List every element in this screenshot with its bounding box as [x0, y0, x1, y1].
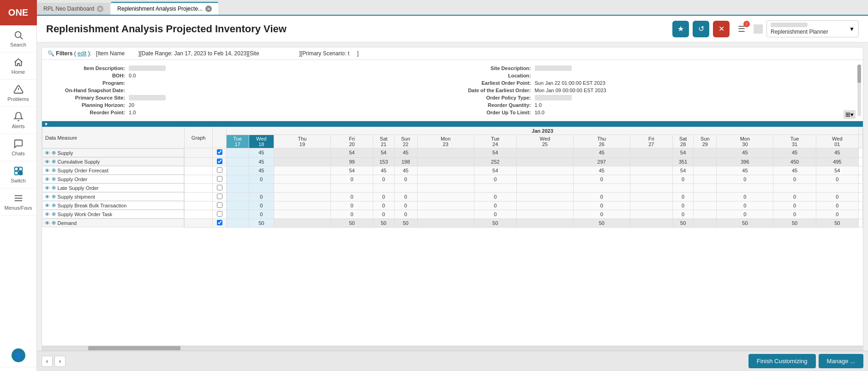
value-cell: 0	[717, 192, 773, 201]
manage-button[interactable]: Manage ...	[819, 354, 863, 368]
plus-icon[interactable]: ⊕	[52, 202, 56, 208]
value-cell: 50	[816, 218, 858, 227]
hamburger-menu-button[interactable]: ☰ !	[733, 21, 750, 37]
sidebar-item-label: Home	[12, 69, 25, 75]
info-row-reorder: Reorder Point: 1.0	[51, 109, 448, 116]
row-checkbox[interactable]	[217, 176, 222, 182]
plus-icon[interactable]: ⊕	[52, 185, 56, 191]
plus-icon[interactable]: ⊕	[52, 176, 56, 182]
eye-icon[interactable]: 👁	[45, 159, 50, 165]
checkbox-col[interactable]	[213, 210, 227, 218]
tab-close-active-btn[interactable]: ✕	[205, 6, 212, 12]
sidebar-item-label: Problems	[7, 96, 29, 102]
refresh-button[interactable]: ↺	[693, 21, 709, 37]
close-button[interactable]: ✕	[713, 21, 730, 37]
info-row-site-desc: Site Description:	[457, 65, 854, 72]
tab-close-btn[interactable]: ✕	[97, 6, 103, 12]
sidebar-item-switch[interactable]: Switch	[0, 161, 36, 188]
checkbox-col[interactable]	[213, 148, 227, 158]
eye-icon[interactable]: 👁	[45, 220, 50, 226]
checkbox-col[interactable]	[213, 201, 227, 210]
row-checkbox[interactable]	[217, 185, 222, 190]
panel-expand-button[interactable]: ⊞▾	[844, 110, 856, 119]
value-cell	[227, 157, 249, 166]
value-cell: 0	[373, 210, 394, 218]
value-cell: 0	[474, 210, 516, 218]
nav-prev-button[interactable]: ‹	[42, 356, 53, 367]
info-label: Order Policy Type:	[457, 95, 531, 100]
filter-edit-link[interactable]: edit	[78, 50, 86, 57]
value-cell	[394, 183, 417, 192]
value-cell: 45	[717, 166, 773, 175]
sidebar-item-home[interactable]: Home	[0, 53, 36, 80]
checkbox-col[interactable]	[213, 157, 227, 166]
row-checkbox[interactable]	[217, 194, 222, 199]
eye-icon[interactable]: 👁	[45, 203, 50, 208]
row-checkbox[interactable]	[217, 149, 222, 155]
col-sun-29: Sun29	[694, 135, 717, 148]
checkbox-col[interactable]	[213, 192, 227, 201]
eye-icon[interactable]: 👁	[45, 185, 50, 191]
eye-icon[interactable]: 👁	[45, 194, 50, 200]
home-icon	[13, 57, 24, 67]
sidebar-item-menus[interactable]: Menus/Favs	[0, 188, 36, 216]
data-table-wrapper[interactable]: Data Measure Graph Jan 2023 Tue17 Wed18 …	[42, 127, 863, 346]
sidebar-item-search[interactable]: Search	[0, 25, 36, 53]
value-cell: 0	[773, 201, 816, 210]
finish-customizing-button[interactable]: Finish Customizing	[748, 354, 816, 368]
value-cell: 495	[816, 157, 858, 166]
checkbox-col[interactable]	[213, 183, 227, 192]
plus-icon[interactable]: ⊕	[52, 194, 56, 200]
h-scrollbar-thumb	[88, 346, 180, 351]
eye-icon[interactable]: 👁	[45, 212, 50, 217]
value-cell	[417, 157, 474, 166]
eye-icon[interactable]: 👁	[45, 150, 50, 156]
value-cell	[516, 201, 573, 210]
switch-icon-1	[13, 166, 24, 176]
grid-toggle-arrow[interactable]: ▼	[44, 122, 48, 127]
role-selector[interactable]: Replenishment Planner ▼	[766, 20, 859, 37]
checkbox-col[interactable]	[213, 175, 227, 183]
sidebar-item-alerts[interactable]: Alerts	[0, 107, 36, 134]
checkbox-col[interactable]	[213, 166, 227, 175]
table-row: 👁 ⊕ Late Supply Order	[42, 183, 863, 192]
row-label-late-supply-order: 👁 ⊕ Late Supply Order	[42, 183, 185, 192]
nav-next-button[interactable]: ›	[54, 356, 66, 367]
row-checkbox[interactable]	[217, 159, 222, 164]
value-cell: 252	[474, 157, 516, 166]
sidebar-item-chats[interactable]: Chats	[0, 134, 36, 161]
plus-icon[interactable]: ⊕	[52, 211, 56, 217]
value-cell	[274, 210, 330, 218]
row-checkbox[interactable]	[217, 167, 222, 173]
eye-icon[interactable]: 👁	[45, 177, 50, 182]
scrollbar-thumb	[857, 65, 861, 83]
eye-icon[interactable]: 👁	[45, 168, 50, 173]
plus-icon[interactable]: ⊕	[52, 159, 56, 165]
plus-icon[interactable]: ⊕	[52, 220, 56, 226]
value-cell	[417, 166, 474, 175]
value-cell	[816, 183, 858, 192]
plus-icon[interactable]: ⊕	[52, 167, 56, 173]
row-checkbox[interactable]	[217, 220, 222, 225]
table-row: 👁 ⊕ Supply Order0000000000	[42, 175, 863, 183]
value-cell	[474, 183, 516, 192]
tab-rpl-neo[interactable]: RPL Neo Dashboard ✕	[37, 3, 110, 15]
info-value-reorder: 1.0	[129, 110, 136, 115]
tab-replenishment[interactable]: Replenishment Analysis Projecte... ✕	[111, 2, 218, 15]
info-row-order-policy: Order Policy Type:	[457, 94, 854, 101]
sidebar-item-problems[interactable]: Problems	[0, 80, 36, 107]
row-checkbox[interactable]	[217, 211, 222, 217]
info-row-item-desc: Item Description:	[51, 65, 448, 72]
row-checkbox[interactable]	[217, 202, 222, 208]
value-cell: 0	[816, 201, 858, 210]
value-cell	[516, 218, 573, 227]
info-row-reorder-qty: Reorder Quantity: 1.0	[457, 101, 854, 109]
horizontal-scrollbar[interactable]	[42, 346, 863, 350]
info-value-source-site	[129, 95, 166, 100]
checkbox-col[interactable]	[213, 218, 227, 227]
plus-icon[interactable]: ⊕	[52, 150, 56, 156]
vertical-scrollbar[interactable]	[857, 65, 861, 116]
app-logo[interactable]: ONE	[0, 0, 37, 25]
sidebar-item-user[interactable]: 👤	[0, 344, 36, 367]
star-button[interactable]: ★	[672, 21, 689, 37]
